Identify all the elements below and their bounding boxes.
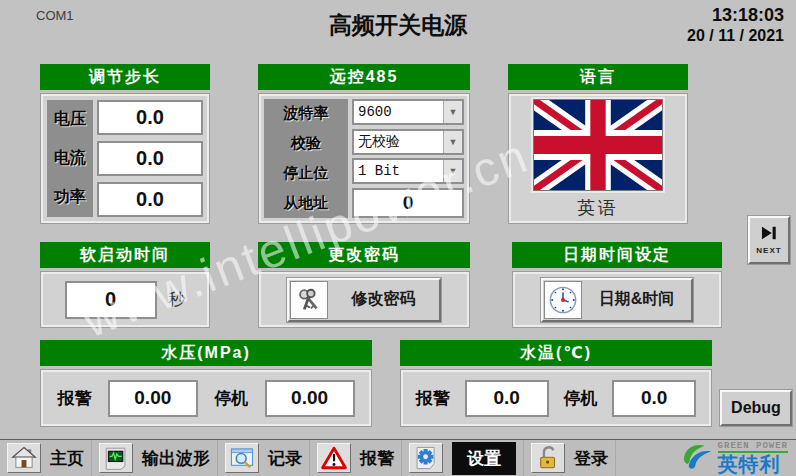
pressure-stop-input[interactable]: 0.00	[265, 380, 355, 417]
panel-soft-start: 软启动时间 0 秒	[40, 242, 210, 328]
panel-change-password-title: 更改密码	[258, 242, 470, 268]
toolbar-item-record[interactable]: 记录	[218, 440, 310, 476]
baud-label: 波特率	[284, 104, 329, 123]
debug-button-label: Debug	[731, 399, 781, 417]
alarm-icon[interactable]	[317, 443, 351, 473]
panel-language-body: 英语	[508, 93, 688, 224]
parity-value: 无校验	[354, 133, 443, 151]
parity-label: 校验	[291, 134, 321, 153]
settings-gear-icon[interactable]	[409, 443, 443, 473]
remote485-values: 9600 ▼ 无校验 ▼ 1 Bit ▼ 0	[352, 99, 464, 218]
voltage-step-input[interactable]: 0.0	[97, 100, 203, 135]
pressure-alarm-input[interactable]: 0.00	[108, 380, 198, 417]
soft-start-time-input[interactable]: 0	[65, 281, 157, 319]
panel-datetime-title: 日期时间设定	[512, 242, 722, 268]
brand-swirl-icon	[681, 441, 715, 475]
bottom-toolbar: 主页 输出波形 记录	[0, 439, 796, 476]
toolbar-label-alarm[interactable]: 报警	[360, 447, 394, 470]
current-label: 电流	[54, 148, 86, 169]
next-icon	[760, 225, 779, 245]
brand-text: GREEN POWER 英特利	[718, 441, 788, 475]
panel-water-temp-title: 水温(℃)	[400, 340, 712, 366]
login-lock-icon[interactable]	[531, 443, 565, 473]
slave-address-input[interactable]: 0	[352, 188, 464, 218]
power-label: 功率	[54, 187, 86, 208]
panel-remote485: 远控485 波特率 校验 停止位 从地址 9600 ▼ 无校验 ▼ 1 Bit	[258, 64, 470, 224]
panel-adjust-step-title: 调节步长	[40, 64, 210, 90]
debug-button[interactable]: Debug	[720, 390, 792, 426]
temp-stop-input[interactable]: 0.0	[612, 380, 696, 417]
power-step-input[interactable]: 0.0	[97, 182, 203, 217]
panel-water-pressure: 水压(MPa) 报警 0.00 停机 0.00	[40, 340, 372, 427]
chevron-down-icon[interactable]: ▼	[443, 101, 462, 123]
remote485-labels: 波特率 校验 停止位 从地址	[264, 99, 348, 218]
toolbar-item-login[interactable]: 登录	[524, 440, 616, 476]
record-icon[interactable]	[225, 443, 259, 473]
panel-language: 语言 英语	[508, 64, 688, 224]
panel-soft-start-title: 软启动时间	[40, 242, 210, 268]
toolbar-label-waveform[interactable]: 输出波形	[142, 447, 210, 470]
pressure-stop-label: 停机	[214, 387, 248, 410]
panel-water-pressure-title: 水压(MPa)	[40, 340, 372, 366]
panel-water-temp-body: 报警 0.0 停机 0.0	[400, 369, 712, 427]
panel-adjust-step-body: 电压 电流 功率 0.0 0.0 0.0	[40, 93, 210, 224]
clock-icon	[544, 281, 582, 319]
toolbar-label-settings[interactable]: 设置	[452, 442, 516, 475]
stopbit-dropdown[interactable]: 1 Bit ▼	[352, 158, 464, 184]
temp-alarm-input[interactable]: 0.0	[465, 380, 549, 417]
panel-remote485-body: 波特率 校验 停止位 从地址 9600 ▼ 无校验 ▼ 1 Bit ▼ 0	[258, 93, 470, 224]
datetime-button[interactable]: 日期&时间	[541, 278, 693, 322]
uk-flag-icon[interactable]	[533, 99, 663, 191]
toolbar-item-waveform[interactable]: 输出波形	[92, 440, 218, 476]
panel-adjust-step: 调节步长 电压 电流 功率 0.0 0.0 0.0	[40, 64, 210, 224]
toolbar-label-home[interactable]: 主页	[50, 447, 84, 470]
panel-datetime-setting: 日期时间设定	[512, 242, 722, 328]
brand-logo: GREEN POWER 英特利	[681, 441, 796, 475]
seconds-unit-label: 秒	[169, 288, 186, 311]
voltage-label: 电压	[54, 109, 86, 130]
toolbar-item-alarm[interactable]: 报警	[310, 440, 402, 476]
change-password-button[interactable]: 修改密码	[287, 278, 441, 322]
brand-name-label: 英特利	[718, 453, 788, 475]
stopbit-value: 1 Bit	[354, 163, 443, 179]
panel-language-title: 语言	[508, 64, 688, 90]
toolbar-item-home[interactable]: 主页	[0, 440, 92, 476]
home-icon[interactable]	[7, 443, 41, 473]
toolbar-item-settings[interactable]: 设置	[402, 440, 524, 476]
panel-remote485-title: 远控485	[258, 64, 470, 90]
next-button-label: NEXT	[756, 246, 781, 255]
chevron-down-icon[interactable]: ▼	[443, 160, 462, 182]
date-display: 20 / 11 / 2021	[687, 26, 784, 46]
chevron-down-icon[interactable]: ▼	[443, 131, 462, 153]
panel-soft-start-body: 0 秒	[40, 271, 210, 328]
temp-alarm-label: 报警	[416, 387, 450, 410]
hmi-screen: COM1 高频开关电源 13:18:03 20 / 11 / 2021 调节步长…	[0, 0, 796, 476]
parity-dropdown[interactable]: 无校验 ▼	[352, 129, 464, 155]
temp-stop-label: 停机	[563, 387, 597, 410]
panel-water-pressure-body: 报警 0.00 停机 0.00	[40, 369, 372, 427]
change-password-button-label: 修改密码	[328, 289, 439, 310]
panel-change-password-body: 修改密码	[258, 271, 470, 328]
panel-datetime-body: 日期&时间	[512, 271, 722, 328]
adjust-step-values: 0.0 0.0 0.0	[97, 100, 203, 217]
panel-change-password: 更改密码 修改密码	[258, 242, 470, 328]
clock-display: 13:18:03 20 / 11 / 2021	[687, 4, 784, 46]
datetime-button-label: 日期&时间	[582, 289, 691, 310]
current-step-input[interactable]: 0.0	[97, 141, 203, 176]
slave-address-label: 从地址	[284, 194, 329, 213]
next-page-button[interactable]: NEXT	[748, 216, 790, 264]
toolbar-label-login[interactable]: 登录	[574, 447, 608, 470]
baud-rate-value: 9600	[354, 104, 443, 120]
page-title: 高频开关电源	[0, 10, 796, 41]
stopbit-label: 停止位	[284, 164, 329, 183]
pressure-alarm-label: 报警	[57, 387, 91, 410]
keys-icon	[290, 281, 328, 319]
current-language-label: 英语	[577, 196, 619, 220]
adjust-step-labels: 电压 电流 功率	[47, 100, 93, 217]
brand-top-label: GREEN POWER	[718, 441, 788, 453]
waveform-icon[interactable]	[99, 443, 133, 473]
toolbar-label-record[interactable]: 记录	[268, 447, 302, 470]
panel-water-temp: 水温(℃) 报警 0.0 停机 0.0	[400, 340, 712, 427]
time-display: 13:18:03	[687, 4, 784, 26]
baud-rate-dropdown[interactable]: 9600 ▼	[352, 99, 464, 125]
